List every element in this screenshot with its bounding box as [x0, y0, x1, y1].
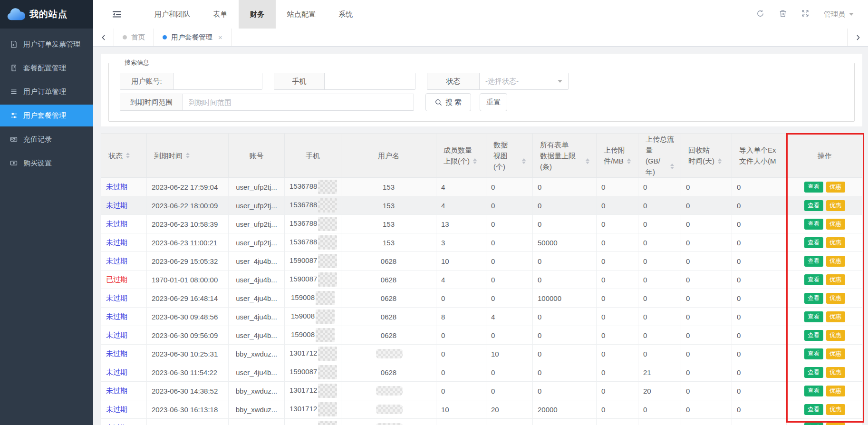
phone-field-group: 手机 [274, 73, 415, 90]
view-button[interactable]: 查看 [804, 386, 823, 396]
form-data-limit-cell: 0 [533, 178, 597, 196]
discount-button[interactable]: 优惠 [826, 182, 845, 193]
sort-carets-icon[interactable] [522, 158, 526, 164]
discount-button[interactable]: 优惠 [826, 237, 845, 248]
topnav-item-4[interactable]: 站点配置 [276, 0, 327, 29]
discount-button[interactable]: 优惠 [826, 293, 845, 304]
column-header-label: 成员数量 [444, 145, 479, 155]
sidebar-item-5[interactable]: 充值记录 [0, 128, 93, 150]
discount-button[interactable]: 优惠 [826, 404, 845, 415]
status-cell: 未过期 [101, 345, 147, 363]
view-button[interactable]: 查看 [804, 182, 823, 193]
sidebar-item-6[interactable]: 购买设置 [0, 152, 93, 174]
sidebar-item-3[interactable]: 用户订单管理 [0, 81, 93, 103]
trash-icon[interactable] [779, 10, 787, 19]
column-header-2[interactable]: 到期时间 [147, 134, 229, 178]
expire-time-cell: 2023-06-22 17:59:04 [147, 178, 229, 196]
date-range-input[interactable] [183, 94, 414, 110]
fullscreen-icon[interactable] [801, 10, 809, 19]
discount-button[interactable]: 优惠 [826, 367, 845, 378]
discount-button[interactable]: 优惠 [826, 219, 845, 230]
sidebar-item-1[interactable]: 用户订单发票管理 [0, 33, 93, 55]
phone-value: 1536788 [289, 182, 317, 190]
data-views-cell: 3 [486, 419, 533, 425]
sort-carets-icon[interactable] [186, 153, 190, 158]
tabs-scroll-left[interactable] [93, 29, 114, 46]
tabs-scroll-right[interactable] [847, 29, 868, 46]
discount-button[interactable]: 优惠 [826, 348, 845, 359]
phone-input[interactable] [325, 73, 415, 89]
view-button[interactable]: 查看 [804, 200, 823, 211]
collapse-menu-icon[interactable] [112, 10, 121, 18]
table-row: 未过期2023-06-30 10:25:31bby_xwduz...130171… [101, 345, 863, 363]
sidebar-item-2[interactable]: 套餐配置管理 [0, 57, 93, 79]
view-button[interactable]: 查看 [804, 274, 823, 285]
reset-button[interactable]: 重置 [480, 93, 507, 111]
member-limit-cell: 0 [436, 382, 486, 400]
sidebar-item-4[interactable]: 用户套餐管理 [0, 105, 93, 126]
excel-size-cell: 0 [732, 270, 787, 289]
phone-value: 1590087 [289, 367, 317, 376]
account-cell: user_4ju4b... [229, 270, 285, 289]
refresh-icon[interactable] [756, 10, 764, 19]
expire-time-cell: 2023-06-30 10:25:31 [147, 345, 229, 363]
account-input[interactable] [174, 73, 262, 89]
column-header-11[interactable]: 回收站时间(天) [681, 134, 732, 178]
sidebar-item-label: 套餐配置管理 [23, 64, 66, 73]
column-header-8[interactable]: 所有表单数据量上限(条) [533, 134, 597, 178]
upload-traffic-cell: 0 [638, 178, 681, 196]
tab-1[interactable]: 首页 [114, 29, 154, 46]
column-header-label: 到期时间 [154, 150, 222, 161]
tab-close-icon[interactable]: × [218, 33, 222, 41]
discount-button[interactable]: 优惠 [826, 311, 845, 322]
view-button[interactable]: 查看 [804, 219, 823, 230]
package-config-icon [10, 64, 18, 72]
discount-button[interactable]: 优惠 [826, 330, 845, 341]
sort-carets-icon[interactable] [473, 158, 477, 164]
view-button[interactable]: 查看 [804, 423, 823, 425]
sort-carets-icon[interactable] [718, 158, 722, 164]
discount-button[interactable]: 优惠 [826, 423, 845, 425]
sort-carets-icon[interactable] [627, 158, 631, 164]
redaction-blur [318, 384, 337, 398]
column-header-10[interactable]: 上传总流量(GB/年) [638, 134, 681, 178]
data-views-cell: 0 [486, 289, 533, 308]
status-cell: 未过期 [101, 289, 147, 308]
recycle-days-cell: 0 [681, 178, 732, 196]
topnav-item-1[interactable]: 用户和团队 [143, 0, 202, 29]
tab-2[interactable]: 用户套餐管理× [154, 29, 231, 46]
view-button[interactable]: 查看 [804, 330, 823, 341]
column-header-7[interactable]: 数据视图(个) [486, 134, 533, 178]
column-header-6[interactable]: 成员数量上限(个) [436, 134, 486, 178]
discount-button[interactable]: 优惠 [826, 386, 845, 396]
sort-carets-icon[interactable] [670, 164, 674, 169]
view-button[interactable]: 查看 [804, 237, 823, 248]
actions-cell: 查看优惠 [787, 178, 863, 196]
table-row: 未过期2023-06-23 10:58:39user_ufp2tj...1536… [101, 215, 863, 233]
topnav-item-2[interactable]: 表单 [202, 0, 239, 29]
view-button[interactable]: 查看 [804, 367, 823, 378]
discount-button[interactable]: 优惠 [826, 200, 845, 211]
topnav-item-5[interactable]: 系统 [327, 0, 364, 29]
view-button[interactable]: 查看 [804, 348, 823, 359]
discount-button[interactable]: 优惠 [826, 274, 845, 285]
data-views-cell: 0 [486, 196, 533, 215]
status-badge: 未过期 [106, 220, 127, 228]
excel-size-cell: 0 [732, 382, 787, 400]
status-select[interactable]: -选择状态- [480, 73, 568, 89]
sort-carets-icon[interactable] [126, 153, 130, 158]
topbar-toolbar: 管理员 [756, 10, 854, 19]
view-button[interactable]: 查看 [804, 293, 823, 304]
view-button[interactable]: 查看 [804, 256, 823, 267]
column-header-1[interactable]: 状态 [101, 134, 147, 178]
discount-button[interactable]: 优惠 [826, 256, 845, 267]
view-button[interactable]: 查看 [804, 404, 823, 415]
search-button[interactable]: 搜 索 [425, 93, 471, 111]
sidebar-menu: 用户订单发票管理套餐配置管理用户订单管理用户套餐管理充值记录购买设置 [0, 29, 93, 174]
admin-menu[interactable]: 管理员 [824, 10, 854, 19]
username-cell: 0628 [341, 289, 436, 308]
topnav-item-3[interactable]: 财务 [239, 0, 276, 29]
view-button[interactable]: 查看 [804, 311, 823, 322]
sort-carets-icon[interactable] [586, 158, 589, 164]
column-header-9[interactable]: 上传附件/MB [597, 134, 638, 178]
